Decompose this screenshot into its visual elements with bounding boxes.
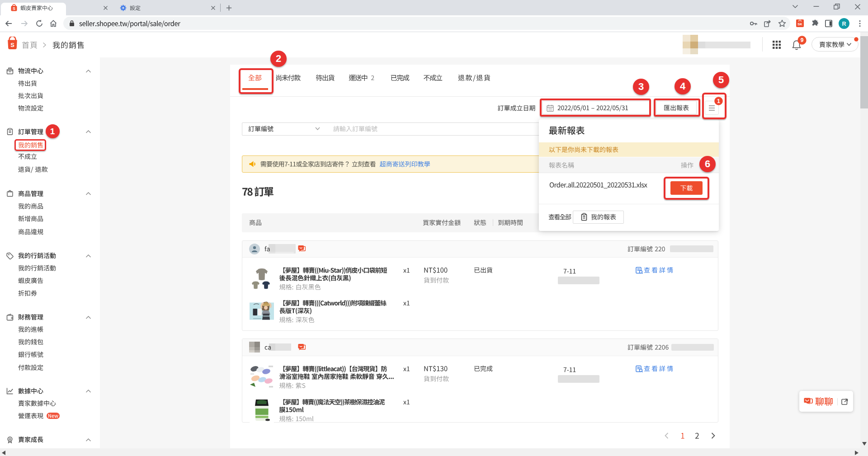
svg-text:S: S <box>13 6 15 11</box>
svg-text:SK: SK <box>797 22 802 26</box>
svg-text:R: R <box>842 21 846 27</box>
svg-text:1: 1 <box>717 98 720 104</box>
svg-text:9: 9 <box>801 37 804 43</box>
svg-text:S: S <box>10 42 14 48</box>
